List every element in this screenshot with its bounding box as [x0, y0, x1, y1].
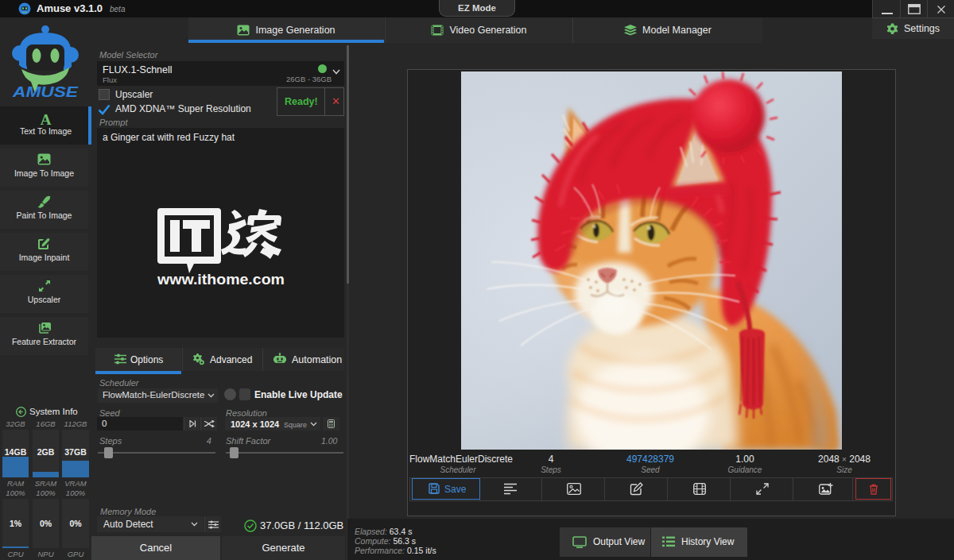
- svg-text:AMUSE: AMUSE: [12, 83, 80, 100]
- svg-text:www.ithome.com: www.ithome.com: [157, 272, 285, 288]
